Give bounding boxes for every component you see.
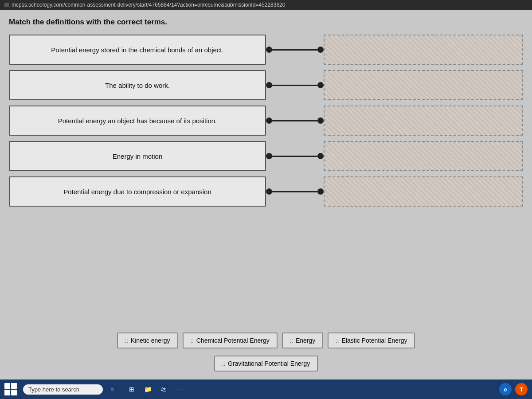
- definition-box-5[interactable]: Potential energy due to compression or e…: [9, 176, 266, 207]
- dot-right-5: [317, 188, 324, 195]
- dot-right-3: [317, 117, 324, 124]
- definitions-column: Potential energy stored in the chemical …: [9, 35, 266, 317]
- term-label-gravitational: Gravitational Potential Energy: [228, 360, 310, 367]
- minimize-icon[interactable]: —: [174, 383, 185, 395]
- drag-icon-3: ::: [290, 337, 293, 344]
- taskview-icon[interactable]: ⊞: [126, 383, 137, 395]
- connector-line-1: [266, 47, 324, 53]
- taskbar-search-text: Type here to search: [28, 386, 79, 393]
- connector-row-3: [266, 106, 324, 136]
- connector-line-5: [266, 188, 324, 195]
- definition-box-4[interactable]: Energy in motion: [9, 141, 266, 171]
- app-taskbar-icon[interactable]: T: [515, 383, 528, 395]
- term-chip-kinetic[interactable]: :: Kinetic energy: [117, 332, 178, 348]
- dot-right-2: [317, 82, 324, 88]
- connector-row-1: [266, 35, 324, 65]
- term-label-chemical: Chemical Potential Energy: [196, 337, 270, 344]
- line-4: [272, 156, 317, 157]
- drop-target-2[interactable]: [324, 70, 523, 100]
- taskbar-right: e T: [499, 383, 528, 395]
- connector-row-4: [266, 141, 324, 171]
- dot-left-1: [266, 47, 272, 53]
- definition-box-1[interactable]: Potential energy stored in the chemical …: [9, 35, 266, 65]
- taskbar: Type here to search ○ ⊞ 📁 🛍 — e T: [0, 379, 532, 399]
- dot-left-3: [266, 117, 272, 124]
- line-5: [272, 191, 317, 192]
- taskbar-search[interactable]: Type here to search: [23, 384, 103, 395]
- connector-line-2: [266, 82, 324, 88]
- terms-row-1: :: Kinetic energy :: Chemical Potential …: [9, 328, 523, 353]
- drag-icon-5: ::: [222, 360, 225, 367]
- drop-target-3[interactable]: [324, 106, 523, 136]
- url-text: mcpss.schoology.com/common-assessment-de…: [12, 2, 285, 8]
- question-title: Match the definitions with the correct t…: [9, 18, 523, 27]
- dot-right-4: [317, 153, 324, 159]
- term-label-elastic: Elastic Potential Energy: [342, 337, 407, 344]
- terms-row-2: :: Gravitational Potential Energy: [9, 356, 523, 372]
- taskbar-icons: ⊞ 📁 🛍 —: [126, 383, 185, 395]
- connector-line-4: [266, 153, 324, 159]
- windows-button[interactable]: [4, 383, 17, 395]
- drag-icon-4: ::: [336, 337, 339, 344]
- drop-targets-column: [324, 35, 523, 317]
- line-3: [272, 120, 317, 121]
- connector-line-3: [266, 117, 324, 124]
- address-bar: mcpss.schoology.com/common-assessment-de…: [0, 0, 532, 10]
- drag-icon-2: ::: [191, 337, 194, 344]
- search-icon[interactable]: ○: [106, 383, 118, 395]
- drop-target-5[interactable]: [324, 176, 523, 207]
- browser-icon: [4, 3, 9, 7]
- connector-area: [266, 35, 324, 317]
- connector-row-2: [266, 70, 324, 100]
- definition-box-3[interactable]: Potential energy an object has because o…: [9, 106, 266, 136]
- term-chip-elastic[interactable]: :: Elastic Potential Energy: [328, 332, 415, 348]
- line-2: [272, 85, 317, 86]
- term-label-kinetic: Kinetic energy: [131, 337, 170, 344]
- term-chip-chemical[interactable]: :: Chemical Potential Energy: [183, 332, 278, 348]
- dot-left-5: [266, 188, 272, 195]
- file-explorer-icon[interactable]: 📁: [142, 383, 153, 395]
- term-label-energy: Energy: [296, 337, 315, 344]
- drop-target-1[interactable]: [324, 35, 523, 65]
- drop-target-4[interactable]: [324, 141, 523, 171]
- browser-taskbar-icon[interactable]: e: [499, 383, 512, 395]
- connector-row-5: [266, 176, 324, 207]
- matching-area: Potential energy stored in the chemical …: [9, 35, 523, 317]
- page-content: Match the definitions with the correct t…: [0, 10, 532, 379]
- term-chip-gravitational[interactable]: :: Gravitational Potential Energy: [214, 356, 318, 372]
- dot-right-1: [317, 47, 324, 53]
- definition-box-2[interactable]: The ability to do work.: [9, 70, 266, 100]
- dot-left-2: [266, 82, 272, 88]
- store-icon[interactable]: 🛍: [158, 383, 169, 395]
- term-chip-energy[interactable]: :: Energy: [282, 332, 324, 348]
- drag-icon-1: ::: [125, 337, 128, 344]
- dot-left-4: [266, 153, 272, 159]
- line-1: [272, 49, 317, 51]
